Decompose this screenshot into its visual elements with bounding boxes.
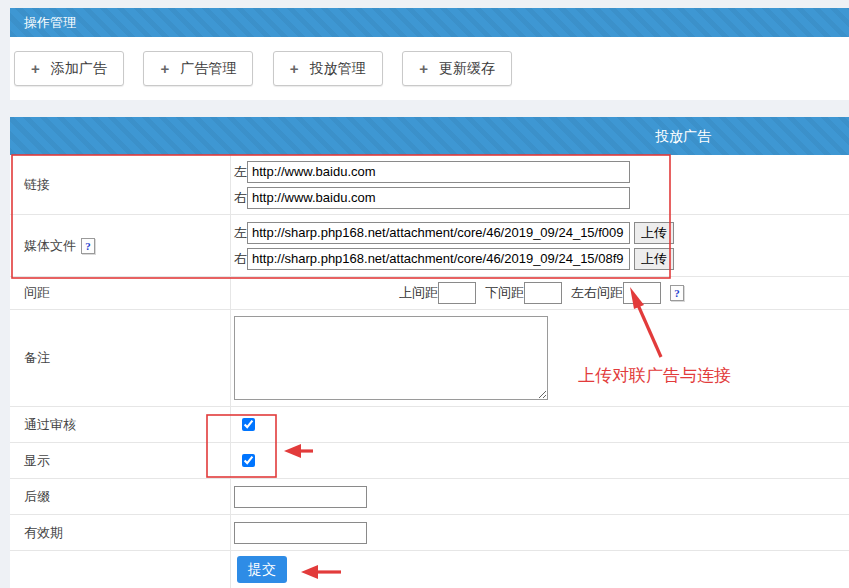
media-file-label: 媒体文件 [24, 237, 76, 255]
ad-management-label: 广告管理 [180, 60, 236, 78]
toolbar: + 添加广告 + 广告管理 + 投放管理 + 更新缓存 [10, 37, 849, 100]
approve-field [230, 407, 849, 442]
add-ad-label: 添加广告 [51, 60, 107, 78]
help-icon[interactable]: ? [670, 285, 684, 301]
approve-checkbox[interactable] [242, 418, 255, 431]
form-title: 投放广告 [655, 128, 711, 144]
link-right-input[interactable] [247, 187, 630, 209]
media-left-input[interactable] [247, 222, 630, 244]
suffix-field [230, 479, 849, 514]
suffix-input[interactable] [234, 486, 367, 508]
plus-icon: + [160, 61, 169, 76]
refresh-cache-label: 更新缓存 [439, 60, 495, 78]
operation-management-header: 操作管理 [10, 8, 849, 37]
form-header: 投放广告 [10, 117, 849, 155]
suffix-row: 后缀 [10, 479, 849, 515]
bottom-spacing-input[interactable] [524, 282, 562, 304]
add-ad-button[interactable]: + 添加广告 [14, 51, 124, 86]
display-row: 显示 [10, 443, 849, 479]
bottom-spacing-label: 下间距 [485, 284, 524, 302]
top-spacing-input[interactable] [438, 282, 476, 304]
ad-management-button[interactable]: + 广告管理 [143, 51, 253, 86]
approve-row: 通过审核 [10, 407, 849, 443]
display-field [230, 443, 849, 478]
display-label: 显示 [10, 443, 230, 478]
top-spacing-label: 上间距 [399, 284, 438, 302]
media-right-input[interactable] [247, 248, 630, 270]
link-field: 左 右 [230, 155, 849, 214]
upload-left-button[interactable]: 上传 [634, 222, 674, 244]
validity-field [230, 515, 849, 550]
remark-label: 备注 [10, 310, 230, 406]
upload-right-button[interactable]: 上传 [634, 248, 674, 270]
validity-input[interactable] [234, 522, 367, 544]
spacing-label: 间距 [10, 277, 230, 309]
right-prefix-label: 右 [234, 250, 247, 268]
remark-textarea[interactable] [234, 316, 548, 400]
plus-icon: + [419, 61, 428, 76]
validity-row: 有效期 [10, 515, 849, 551]
help-icon[interactable]: ? [81, 238, 95, 254]
link-left-input[interactable] [247, 161, 630, 183]
link-row: 链接 左 右 [10, 155, 849, 215]
page-content: 操作管理 + 添加广告 + 广告管理 + 投放管理 + 更新缓存 投放广告 链接 [10, 8, 849, 588]
spacing-field: 上间距 下间距 左右间距 ? [230, 277, 849, 309]
media-file-label-cell: 媒体文件 ? [10, 215, 230, 276]
placement-management-button[interactable]: + 投放管理 [273, 51, 383, 86]
left-prefix-label: 左 [234, 163, 247, 181]
submit-button[interactable]: 提交 [237, 556, 287, 583]
spacing-row: 间距 上间距 下间距 左右间距 ? [10, 277, 849, 310]
placement-management-label: 投放管理 [310, 60, 366, 78]
media-file-row: 媒体文件 ? 左 上传 右 上传 [10, 215, 849, 277]
lr-spacing-label: 左右间距 [571, 284, 623, 302]
display-checkbox[interactable] [242, 454, 255, 467]
approve-label: 通过审核 [10, 407, 230, 442]
remark-row: 备注 [10, 310, 849, 407]
plus-icon: + [31, 61, 40, 76]
submit-row-spacer [10, 551, 230, 588]
validity-label: 有效期 [10, 515, 230, 550]
operation-management-title: 操作管理 [24, 15, 76, 30]
suffix-label: 后缀 [10, 479, 230, 514]
link-label: 链接 [10, 155, 230, 214]
submit-row: 提交 [10, 551, 849, 588]
media-file-field: 左 上传 右 上传 [230, 215, 849, 276]
refresh-cache-button[interactable]: + 更新缓存 [402, 51, 512, 86]
plus-icon: + [290, 61, 299, 76]
left-prefix-label: 左 [234, 224, 247, 242]
submit-field: 提交 [230, 551, 849, 588]
placement-ad-form: 投放广告 链接 左 右 媒体文件 ? [10, 117, 849, 588]
lr-spacing-input[interactable] [623, 282, 661, 304]
remark-field [230, 310, 849, 406]
right-prefix-label: 右 [234, 189, 247, 207]
